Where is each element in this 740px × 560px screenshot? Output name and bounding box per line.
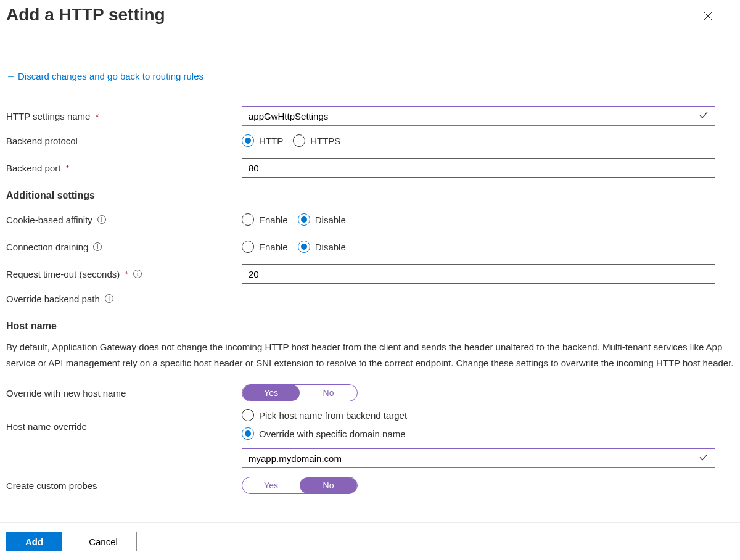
draining-enable-radio[interactable]: Enable bbox=[242, 241, 288, 253]
required-indicator: * bbox=[125, 269, 128, 279]
add-button[interactable]: Add bbox=[6, 532, 62, 551]
host-name-heading: Host name bbox=[6, 321, 734, 332]
info-icon[interactable]: i bbox=[97, 215, 106, 224]
additional-settings-heading: Additional settings bbox=[6, 190, 734, 201]
toggle-yes[interactable]: Yes bbox=[242, 477, 300, 493]
required-indicator: * bbox=[65, 163, 69, 173]
required-indicator: * bbox=[95, 111, 99, 121]
protocol-https-radio[interactable]: HTTPS bbox=[293, 134, 340, 147]
discard-link[interactable]: ← Discard changes and go back to routing… bbox=[6, 71, 204, 81]
request-timeout-label: Request time-out (seconds) bbox=[6, 269, 120, 279]
toggle-no[interactable]: No bbox=[300, 477, 357, 493]
override-hostname-toggle[interactable]: Yes No bbox=[242, 384, 358, 401]
override-hostname-label: Override with new host name bbox=[6, 388, 126, 398]
override-backend-path-input[interactable] bbox=[242, 289, 715, 308]
custom-probes-label: Create custom probes bbox=[6, 480, 97, 491]
host-name-description: By default, Application Gateway does not… bbox=[6, 339, 734, 371]
cookie-enable-radio[interactable]: Enable bbox=[242, 213, 288, 226]
page-title: Add a HTTP setting bbox=[6, 5, 165, 25]
checkmark-icon bbox=[698, 452, 709, 465]
draining-disable-radio[interactable]: Disable bbox=[298, 241, 346, 253]
http-settings-name-input[interactable] bbox=[242, 106, 715, 126]
info-icon[interactable]: i bbox=[133, 270, 142, 278]
custom-probes-toggle[interactable]: Yes No bbox=[242, 477, 358, 494]
cancel-button[interactable]: Cancel bbox=[70, 532, 137, 551]
enable-label: Enable bbox=[259, 242, 288, 252]
connection-draining-label: Connection draining bbox=[6, 242, 88, 252]
domain-name-input[interactable] bbox=[242, 448, 715, 468]
backend-port-label: Backend port bbox=[6, 163, 60, 173]
protocol-http-radio[interactable]: HTTP bbox=[242, 134, 283, 147]
disable-label: Disable bbox=[315, 242, 346, 252]
protocol-https-label: HTTPS bbox=[310, 136, 340, 146]
cookie-affinity-label: Cookie-based affinity bbox=[6, 215, 92, 225]
override-specific-label: Override with specific domain name bbox=[259, 429, 406, 439]
close-icon bbox=[702, 10, 714, 22]
arrow-left-icon: ← bbox=[6, 71, 15, 81]
disable-label: Disable bbox=[315, 215, 346, 225]
backend-port-input[interactable] bbox=[242, 158, 715, 178]
cookie-disable-radio[interactable]: Disable bbox=[298, 213, 346, 226]
info-icon[interactable]: i bbox=[93, 242, 102, 251]
toggle-no[interactable]: No bbox=[300, 385, 357, 401]
info-icon[interactable]: i bbox=[105, 294, 113, 303]
checkmark-icon bbox=[698, 110, 709, 123]
pick-from-backend-label: Pick host name from backend target bbox=[259, 410, 407, 421]
http-settings-name-label: HTTP settings name bbox=[6, 111, 90, 121]
pick-from-backend-radio[interactable]: Pick host name from backend target bbox=[242, 409, 715, 421]
enable-label: Enable bbox=[259, 215, 288, 225]
hostname-override-label: Host name override bbox=[6, 421, 87, 432]
override-backend-path-label: Override backend path bbox=[6, 294, 100, 304]
backend-protocol-label: Backend protocol bbox=[6, 136, 78, 146]
close-button[interactable] bbox=[697, 5, 719, 29]
protocol-http-label: HTTP bbox=[259, 136, 283, 146]
request-timeout-input[interactable] bbox=[242, 264, 715, 284]
discard-link-label: Discard changes and go back to routing r… bbox=[18, 71, 204, 81]
toggle-yes[interactable]: Yes bbox=[242, 385, 300, 401]
override-specific-radio[interactable]: Override with specific domain name bbox=[242, 427, 715, 440]
